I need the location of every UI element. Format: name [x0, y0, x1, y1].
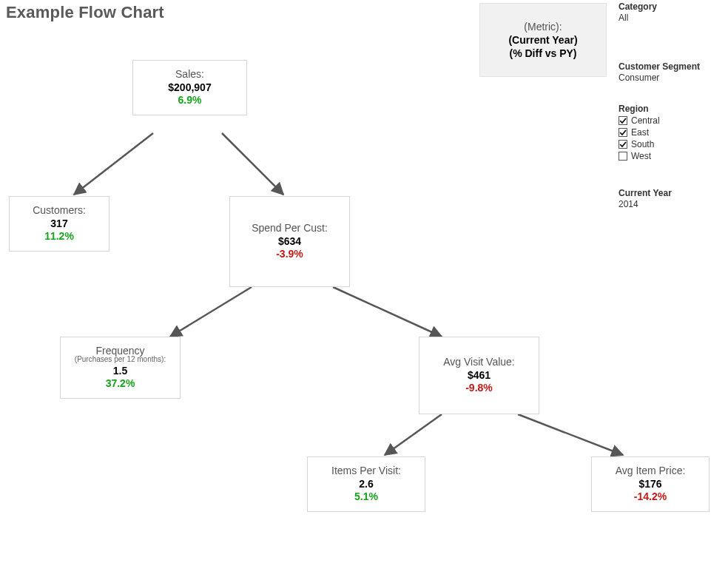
node-diff: -9.8%	[425, 382, 533, 394]
filter-region: Region Central East South	[619, 104, 722, 161]
filter-title: Customer Segment	[619, 61, 722, 72]
node-diff: 5.1%	[314, 490, 419, 502]
region-option-west[interactable]: West	[619, 151, 722, 161]
node-value: $200,907	[139, 81, 240, 93]
option-label: Central	[631, 115, 660, 126]
filter-title: Region	[619, 104, 722, 114]
node-diff: 6.9%	[139, 94, 240, 106]
node-value: $176	[598, 478, 703, 490]
node-value: 1.5	[67, 365, 174, 377]
filter-value: 2014	[619, 199, 722, 209]
filters-panel: Category All Customer Segment Consumer R…	[619, 1, 722, 230]
legend-line2: (Current Year)	[480, 34, 606, 46]
svg-line-3	[333, 287, 442, 337]
node-value: $634	[236, 235, 343, 247]
node-frequency[interactable]: Frequency (Purchases per 12 months): 1.5…	[60, 337, 181, 399]
node-label: Avg Item Price:	[598, 465, 703, 476]
filter-value: All	[619, 13, 722, 23]
node-spend-per-cust[interactable]: Spend Per Cust: $634 -3.9%	[229, 196, 350, 287]
checkbox-checked-icon[interactable]	[619, 116, 627, 125]
node-value: 317	[16, 218, 103, 229]
flowchart-canvas: Example Flow Chart Sales: $200,907 6.9% …	[0, 0, 728, 580]
node-sublabel: (Purchases per 12 months):	[67, 355, 174, 363]
node-diff: -3.9%	[236, 248, 343, 260]
node-avg-visit-value[interactable]: Avg Visit Value: $461 -9.8%	[419, 337, 539, 414]
node-items-per-visit[interactable]: Items Per Visit: 2.6 5.1%	[307, 456, 425, 512]
filter-customer-segment[interactable]: Customer Segment Consumer	[619, 61, 722, 83]
legend-box: (Metric): (Current Year) (% Diff vs PY)	[479, 3, 607, 77]
filter-title: Category	[619, 1, 722, 12]
region-option-east[interactable]: East	[619, 127, 722, 138]
region-option-south[interactable]: South	[619, 139, 722, 149]
svg-line-0	[74, 133, 153, 195]
option-label: East	[631, 127, 649, 138]
node-avg-item-price[interactable]: Avg Item Price: $176 -14.2%	[591, 456, 710, 512]
filter-category[interactable]: Category All	[619, 1, 722, 23]
node-diff: -14.2%	[598, 490, 703, 502]
node-label: Spend Per Cust:	[236, 222, 343, 234]
svg-line-1	[222, 133, 283, 195]
svg-line-2	[170, 287, 252, 337]
node-diff: 11.2%	[16, 230, 103, 242]
node-label: Avg Visit Value:	[425, 356, 533, 368]
node-sales[interactable]: Sales: $200,907 6.9%	[132, 60, 247, 115]
checkbox-unchecked-icon[interactable]	[619, 152, 627, 161]
legend-line1: (Metric):	[480, 21, 606, 33]
filter-title: Current Year	[619, 188, 722, 198]
node-label: Customers:	[16, 204, 103, 216]
node-value: $461	[425, 369, 533, 381]
option-label: South	[631, 139, 654, 149]
legend-line3: (% Diff vs PY)	[480, 47, 606, 59]
node-label: Sales:	[139, 68, 240, 80]
node-diff: 37.2%	[67, 377, 174, 389]
filter-value: Consumer	[619, 72, 722, 83]
checkbox-checked-icon[interactable]	[619, 140, 627, 149]
svg-line-5	[518, 414, 623, 455]
filter-current-year[interactable]: Current Year 2014	[619, 188, 722, 209]
checkbox-checked-icon[interactable]	[619, 128, 627, 137]
page-title: Example Flow Chart	[6, 3, 164, 22]
region-option-central[interactable]: Central	[619, 115, 722, 126]
node-label: Items Per Visit:	[314, 465, 419, 476]
node-value: 2.6	[314, 478, 419, 490]
svg-line-4	[385, 414, 442, 455]
node-customers[interactable]: Customers: 317 11.2%	[9, 196, 109, 252]
option-label: West	[631, 151, 651, 161]
